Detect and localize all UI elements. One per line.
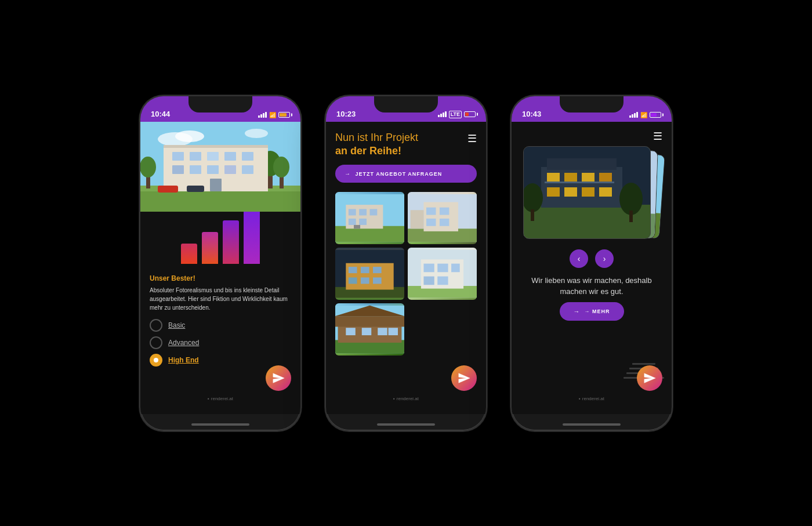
signal-bar [632,114,633,118]
status-icons-1: 📶 [258,112,290,118]
svg-rect-69 [389,328,398,336]
svg-rect-17 [224,152,236,161]
svg-rect-94 [564,187,577,197]
radio-circle-highend[interactable] [150,354,162,367]
grid-image-2 [408,192,477,244]
svg-rect-59 [423,277,434,285]
chart-bar-4 [244,209,260,264]
signal-bar [260,114,262,118]
signal-bar [636,112,638,118]
grid-image-5 [335,303,404,355]
svg-rect-18 [242,152,253,161]
radio-circle-basic[interactable] [150,319,162,332]
grid-image-3 [335,248,404,300]
carousel-next[interactable]: › [595,249,614,268]
p3-header: ☰ [512,122,672,146]
svg-rect-47 [349,267,357,273]
svg-rect-57 [437,264,448,273]
signal-bar [265,112,267,118]
radio-item-advanced[interactable]: Advanced [150,336,291,349]
lte-badge: LTE [449,111,462,118]
svg-rect-49 [373,267,382,273]
svg-rect-68 [378,328,387,336]
phone-screen-1: Unser Bester! Absoluter Fotorealismus un… [140,122,300,414]
svg-rect-90 [564,173,577,182]
chart-area [140,212,300,270]
svg-rect-96 [599,187,612,197]
cta-arrow: → [345,171,351,177]
svg-rect-58 [451,264,460,273]
phone-screen-3: ☰ [512,122,672,414]
svg-rect-60 [437,277,448,285]
carousel-nav: ‹ › [570,249,614,268]
carousel-prev[interactable]: ‹ [570,249,588,268]
battery-icon-2 [464,111,476,117]
chart-bar-2 [202,232,218,264]
svg-rect-38 [423,202,458,231]
home-indicator-3 [563,423,621,426]
svg-rect-42 [426,219,436,226]
battery-icon-3 [650,112,661,118]
p2-header: Nun ist Ihr Projekt an der Reihe! ☰ [326,122,486,165]
p2-title-line1: Nun ist Ihr Projekt [335,132,418,143]
svg-rect-95 [582,187,594,197]
footer-text-1: renderei.at [211,396,233,401]
svg-point-11 [140,157,156,177]
radio-item-highend[interactable]: High End [150,354,291,367]
svg-rect-92 [599,173,612,182]
p2-title: Nun ist Ihr Projekt an der Reihe! [335,131,418,158]
signal-bar [634,113,636,118]
p1-content: Unser Bester! Absoluter Fotorealismus un… [140,270,300,371]
send-icon-3 [643,372,656,384]
fab-button-2[interactable] [451,365,477,391]
status-icons-3: 📶 [629,112,661,118]
footer-text-2: renderei.at [397,396,419,401]
svg-rect-64 [335,316,404,327]
signal-bar [443,113,444,117]
signal-bar [438,115,440,117]
battery-icon-1 [278,112,290,118]
carousel-card-main [523,146,651,239]
signal-bars-1 [258,112,267,118]
svg-rect-50 [349,278,357,284]
svg-point-2 [175,130,204,142]
tagline: Wir lieben was wir machen, deshalb mache… [512,268,672,302]
carousel: ‹ › [512,146,672,268]
radio-circle-advanced[interactable] [150,336,162,349]
svg-rect-88 [547,158,617,170]
p2-title-line2: an der Reihe! [335,144,418,158]
hamburger-icon-2[interactable]: ☰ [467,133,477,144]
fab-button-1[interactable] [266,365,291,391]
chart-bar-3 [223,220,239,264]
svg-rect-25 [158,186,178,193]
send-icon-2 [458,372,470,384]
hamburger-icon-3[interactable]: ☰ [653,131,662,142]
fab-button-3[interactable] [637,365,662,391]
mehr-btn-container: → → MEHR [512,302,672,325]
radio-item-basic[interactable]: Basic [150,319,291,332]
svg-rect-29 [346,205,383,228]
status-time-3: 10:43 [522,110,541,118]
svg-rect-91 [582,173,594,182]
svg-rect-97 [545,182,562,183]
svg-rect-39 [411,211,424,229]
building-svg [140,122,300,212]
chart-bar-1 [181,244,197,264]
svg-rect-24 [210,179,222,191]
phone-notch-2 [374,96,438,113]
wifi-icon-3: 📶 [640,112,647,118]
status-time-2: 10:23 [336,110,356,118]
signal-bars-2 [438,111,447,117]
phone-screen-2: Nun ist Ihr Projekt an der Reihe! ☰ → JE… [326,122,486,414]
svg-rect-14 [172,152,184,161]
radio-label-basic: Basic [168,321,185,329]
footer-2: ▪ renderei.at [393,396,419,401]
svg-rect-32 [370,209,378,216]
svg-rect-99 [579,182,597,183]
svg-rect-51 [361,278,369,284]
cta-button-2[interactable]: → JETZT ANGEBOT ANFRAGEN [335,165,477,183]
mehr-button[interactable]: → → MEHR [560,302,624,321]
footer-logo-2: ▪ [393,396,395,401]
mehr-label: → MEHR [585,309,610,314]
phones-container: 10:44 📶 [116,60,696,466]
